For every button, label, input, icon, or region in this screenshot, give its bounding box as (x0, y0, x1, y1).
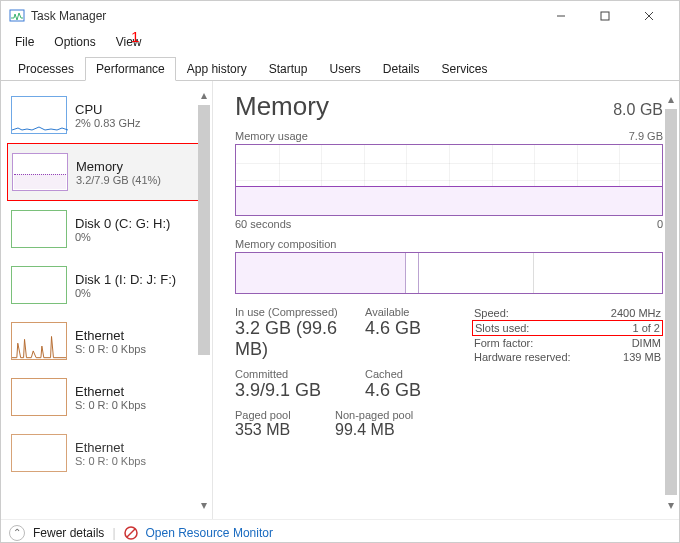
tabs: Processes Performance App history Startu… (1, 53, 679, 81)
tab-users[interactable]: Users (318, 57, 371, 80)
stat-inuse-val: 3.2 GB (99.6 MB) (235, 318, 365, 360)
svg-rect-2 (601, 12, 609, 20)
stat-committed-val: 3.9/9.1 GB (235, 380, 365, 401)
menubar: File Options View 1 (1, 31, 679, 53)
sidebar-scrollbar[interactable]: ▴ ▾ (196, 87, 212, 513)
stat-cached-label: Cached (365, 368, 445, 380)
sidebar-item-ethernet-1[interactable]: EthernetS: 0 R: 0 Kbps (7, 369, 210, 425)
main: CPU2% 0.83 GHz Memory3.2/7.9 GB (41%) 2 … (1, 81, 679, 519)
sidebar-item-label: Ethernet (75, 384, 146, 399)
menu-view[interactable]: View (106, 33, 152, 51)
detail-panel: Memory 8.0 GB Memory usage7.9 GB 60 seco… (213, 81, 679, 519)
sidebar-item-label: Memory (76, 159, 161, 174)
ethernet-thumb (11, 322, 67, 360)
sidebar-item-sub: 3.2/7.9 GB (41%) (76, 174, 161, 186)
tab-performance[interactable]: Performance (85, 57, 176, 81)
resource-monitor-icon (124, 526, 138, 540)
stat-nonpaged-label: Non-paged pool (335, 409, 445, 421)
stat-speed-label: Speed: (474, 307, 509, 319)
page-title: Memory (235, 91, 329, 122)
sidebar-item-disk0[interactable]: Disk 0 (C: G: H:)0% (7, 201, 210, 257)
stat-slots-val: 1 of 2 (632, 322, 660, 334)
stat-slots-label: Slots used: (475, 322, 529, 334)
svg-line-6 (127, 529, 135, 537)
usage-max: 7.9 GB (629, 130, 663, 142)
scroll-thumb[interactable] (665, 109, 677, 495)
stat-paged-label: Paged pool (235, 409, 335, 421)
sidebar-item-sub: S: 0 R: 0 Kbps (75, 343, 146, 355)
stat-committed-label: Committed (235, 368, 365, 380)
composition-label: Memory composition (235, 238, 336, 250)
usage-label: Memory usage (235, 130, 308, 142)
titlebar: Task Manager (1, 1, 679, 31)
tab-processes[interactable]: Processes (7, 57, 85, 80)
memory-hw-stats: Speed:2400 MHz Slots used:1 of 2 Form fa… (472, 306, 663, 447)
disk-thumb (11, 266, 67, 304)
chevron-up-icon[interactable]: ⌃ (9, 525, 25, 541)
sidebar-item-memory[interactable]: Memory3.2/7.9 GB (41%) 2 (7, 143, 210, 201)
sidebar-item-disk1[interactable]: Disk 1 (I: D: J: F:)0% (7, 257, 210, 313)
scroll-up-icon[interactable]: ▴ (663, 91, 679, 107)
stat-form-label: Form factor: (474, 337, 533, 349)
open-resource-monitor-link[interactable]: Open Resource Monitor (146, 526, 273, 540)
ethernet-thumb (11, 434, 67, 472)
memory-thumb (12, 153, 68, 191)
tab-details[interactable]: Details (372, 57, 431, 80)
window-title: Task Manager (31, 9, 106, 23)
detail-scrollbar[interactable]: ▴ ▾ (663, 91, 679, 513)
memory-usage-graph (235, 144, 663, 216)
stat-cached-val: 4.6 GB (365, 380, 445, 401)
sidebar-item-label: CPU (75, 102, 140, 117)
sidebar: CPU2% 0.83 GHz Memory3.2/7.9 GB (41%) 2 … (1, 81, 213, 519)
sidebar-item-sub: 2% 0.83 GHz (75, 117, 140, 129)
tab-startup[interactable]: Startup (258, 57, 319, 80)
taskmgr-icon (9, 8, 25, 24)
axis-left: 60 seconds (235, 218, 291, 230)
sidebar-item-ethernet-2[interactable]: EthernetS: 0 R: 0 Kbps (7, 425, 210, 481)
scroll-thumb[interactable] (198, 105, 210, 355)
close-button[interactable] (627, 2, 671, 30)
stat-hwres-val: 139 MB (623, 351, 661, 363)
memory-total: 8.0 GB (613, 101, 663, 119)
sidebar-item-label: Disk 1 (I: D: J: F:) (75, 272, 176, 287)
menu-file[interactable]: File (5, 33, 44, 51)
memory-composition-graph (235, 252, 663, 294)
sidebar-item-label: Ethernet (75, 328, 146, 343)
disk-thumb (11, 210, 67, 248)
stat-avail-val: 4.6 GB (365, 318, 445, 339)
sidebar-item-sub: 0% (75, 231, 170, 243)
sidebar-item-sub: 0% (75, 287, 176, 299)
scroll-down-icon[interactable]: ▾ (663, 497, 679, 513)
divider: | (112, 526, 115, 540)
scroll-up-icon[interactable]: ▴ (196, 87, 212, 103)
stat-hwres-label: Hardware reserved: (474, 351, 571, 363)
fewer-details-button[interactable]: Fewer details (33, 526, 104, 540)
tab-app-history[interactable]: App history (176, 57, 258, 80)
maximize-button[interactable] (583, 2, 627, 30)
sidebar-item-sub: S: 0 R: 0 Kbps (75, 455, 146, 467)
stat-form-val: DIMM (632, 337, 661, 349)
stat-inuse-label: In use (Compressed) (235, 306, 365, 318)
tab-services[interactable]: Services (431, 57, 499, 80)
stat-nonpaged-val: 99.4 MB (335, 421, 445, 439)
stat-paged-val: 353 MB (235, 421, 335, 439)
sidebar-item-sub: S: 0 R: 0 Kbps (75, 399, 146, 411)
menu-options[interactable]: Options (44, 33, 105, 51)
cpu-thumb (11, 96, 67, 134)
footer: ⌃ Fewer details | Open Resource Monitor (1, 519, 679, 543)
scroll-down-icon[interactable]: ▾ (196, 497, 212, 513)
stat-speed-val: 2400 MHz (611, 307, 661, 319)
minimize-button[interactable] (539, 2, 583, 30)
sidebar-item-label: Ethernet (75, 440, 146, 455)
stat-avail-label: Available (365, 306, 445, 318)
sidebar-item-cpu[interactable]: CPU2% 0.83 GHz (7, 87, 210, 143)
sidebar-item-label: Disk 0 (C: G: H:) (75, 216, 170, 231)
ethernet-thumb (11, 378, 67, 416)
sidebar-item-ethernet-0[interactable]: EthernetS: 0 R: 0 Kbps (7, 313, 210, 369)
